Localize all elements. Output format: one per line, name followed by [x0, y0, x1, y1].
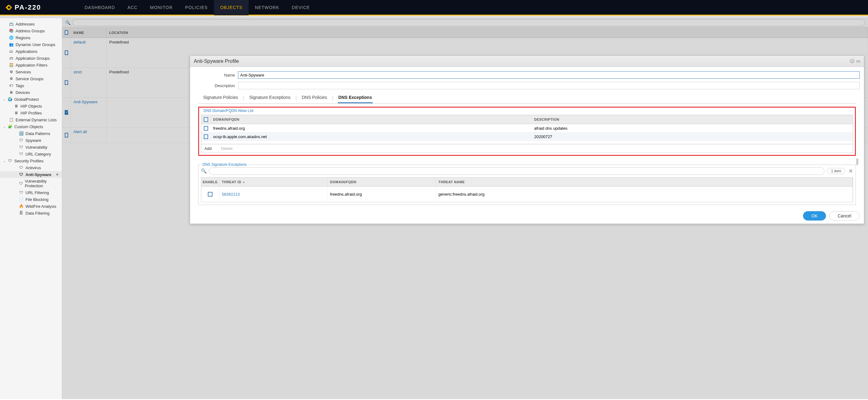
sidebar-item-spyware[interactable]: 🛡Spyware	[0, 137, 62, 144]
cancel-button[interactable]: Cancel	[829, 211, 860, 220]
sidebar-item-data-filtering[interactable]: 🗄Data Filtering	[0, 210, 62, 216]
sidebar-item-url-category[interactable]: 🛡URL Category	[0, 151, 62, 157]
sidebar-item-external-dynamic-lists[interactable]: 📋External Dynamic Lists	[0, 116, 62, 123]
sidebar-item-service-groups[interactable]: ⚙Service Groups	[0, 75, 62, 82]
nav-network[interactable]: NETWORK	[249, 0, 286, 15]
allow-list-row[interactable]: ocsp-lb.apple.com.akadns.net20200727	[201, 132, 853, 141]
sidebar-label: Data Filtering	[26, 211, 50, 216]
col-domain[interactable]: DOMAIN/FQDN	[211, 115, 532, 124]
sidebar-label: File Blocking	[26, 197, 49, 202]
tab-dns-exceptions[interactable]: DNS Exceptions	[338, 92, 373, 103]
nav-acc[interactable]: ACC	[121, 0, 144, 15]
allow-list-select-all[interactable]	[204, 117, 208, 122]
help-icon[interactable]: ⓘ	[850, 59, 854, 64]
sidebar-icon: 🛡	[19, 181, 23, 186]
description-input[interactable]	[238, 82, 860, 89]
col-enable[interactable]: ENABLE	[201, 178, 219, 186]
sidebar-item-address-groups[interactable]: 📚Address Groups	[0, 27, 62, 34]
col-description[interactable]: DESCRIPTION	[532, 115, 853, 124]
row-checkbox[interactable]	[204, 134, 208, 139]
nav-monitor[interactable]: MONITOR	[144, 0, 179, 15]
allow-list-row[interactable]: freedns.afraid.orgafraid dns updates	[201, 124, 853, 132]
name-input[interactable]	[238, 71, 860, 79]
sig-exception-row[interactable]: 58392213freedns.afraid.orggeneric:freedn…	[201, 187, 853, 202]
sidebar-label: Anti-Spyware	[26, 172, 51, 177]
scrollbar-thumb[interactable]	[856, 158, 858, 165]
sidebar-item-file-blocking[interactable]: 📄File Blocking	[0, 196, 62, 203]
sidebar-label: Data Patterns	[26, 131, 51, 136]
sidebar-label: External Dynamic Lists	[16, 118, 57, 122]
sidebar-item-services[interactable]: ⚙Services	[0, 68, 62, 75]
tab-signature-policies[interactable]: Signature Policies	[203, 92, 239, 103]
sidebar-icon: 🛡	[19, 165, 24, 170]
enable-checkbox[interactable]	[208, 192, 213, 196]
sidebar-item-wildfire-analysis[interactable]: 🔥WildFire Analysis	[0, 203, 62, 210]
allow-list-panel: DNS Domain/FQDN Allow List DOMAIN/FQDN D…	[198, 107, 856, 156]
tab-signature-exceptions[interactable]: Signature Exceptions	[249, 92, 291, 103]
delete-button[interactable]: Delete	[221, 146, 233, 151]
sidebar-icon: 🗃	[9, 56, 14, 61]
sidebar-item-application-groups[interactable]: 🗃Application Groups	[0, 55, 62, 62]
clear-icon[interactable]: ✕	[848, 168, 853, 175]
nav-dashboard[interactable]: DASHBOARD	[79, 0, 121, 15]
modal-header: Anti-Spyware Profile ⓘ ▭	[190, 56, 864, 67]
name-label: Name	[194, 73, 238, 78]
sidebar-item-hip-objects[interactable]: 🖥HIP Objects	[0, 103, 62, 110]
domain-cell: ocsp-lb.apple.com.akadns.net	[211, 132, 532, 141]
sidebar-label: URL Filtering	[26, 190, 49, 195]
col-domain-fqdn[interactable]: DOMAIN/FQDN	[328, 178, 436, 186]
sidebar-item-dynamic-user-groups[interactable]: 👥Dynamic User Groups	[0, 41, 62, 48]
sidebar-label: Antivirus	[26, 165, 41, 170]
sidebar-item-application-filters[interactable]: 🧮Application Filters	[0, 62, 62, 68]
sidebar-item-data-patterns[interactable]: 🔠Data Patterns	[0, 130, 62, 137]
col-threat-name[interactable]: THREAT NAME	[436, 178, 853, 186]
sidebar-icon: 🌍	[7, 97, 12, 102]
sidebar-label: HIP Profiles	[21, 111, 42, 115]
sidebar-item-devices[interactable]: 🖥Devices	[0, 89, 62, 96]
sidebar-label: Custom Objects	[14, 124, 43, 129]
sidebar-icon: 🛡	[19, 190, 24, 195]
sidebar-icon: 🛡	[19, 172, 24, 177]
sidebar-item-vulnerability-protection[interactable]: 🛡Vulnerability Protection	[0, 178, 62, 189]
row-checkbox[interactable]	[204, 126, 208, 131]
add-button[interactable]: Add	[205, 146, 212, 151]
sidebar-group-custom-objects[interactable]: ⌄🧩Custom Objects	[0, 123, 62, 130]
sidebar-item-addresses[interactable]: 📇Addresses	[0, 21, 62, 27]
sidebar-item-regions[interactable]: 🌐Regions	[0, 34, 62, 41]
sidebar-item-applications[interactable]: 🗂Applications	[0, 48, 62, 55]
sidebar-icon: 🖥	[9, 90, 14, 95]
item-count: 1 item	[827, 168, 845, 174]
paloalto-logo-icon	[5, 4, 12, 11]
sidebar-group-globalprotect[interactable]: ⌄🌍GlobalProtect	[0, 96, 62, 103]
sidebar-label: Vulnerability Protection	[25, 179, 60, 188]
sidebar-item-antivirus[interactable]: 🛡Antivirus	[0, 164, 62, 171]
sidebar-label: Address Groups	[16, 29, 45, 33]
nav-policies[interactable]: POLICIES	[179, 0, 214, 15]
threat-id-link[interactable]: 58392213	[222, 192, 240, 196]
tab-dns-policies[interactable]: DNS Policies	[301, 92, 328, 103]
nav-device[interactable]: DEVICE	[286, 0, 316, 15]
nav-objects[interactable]: OBJECTS	[214, 0, 249, 15]
sidebar-group-security-profiles[interactable]: ⌄🛡Security Profiles	[0, 157, 62, 164]
sidebar-icon: 🖥	[14, 111, 19, 115]
top-nav: DASHBOARDACCMONITORPOLICIESOBJECTSNETWOR…	[79, 0, 316, 15]
col-threat-id[interactable]: THREAT ID▲	[219, 178, 328, 186]
sig-exceptions-search[interactable]	[209, 167, 825, 175]
maximize-icon[interactable]: ▭	[856, 59, 860, 64]
sidebar-icon: 📋	[9, 117, 14, 122]
sidebar-item-vulnerability[interactable]: 🛡Vulnerability	[0, 144, 62, 151]
sidebar-label: Applications	[16, 49, 37, 54]
sidebar-item-tags[interactable]: 🏷Tags	[0, 82, 62, 89]
sidebar-icon: 👥	[9, 42, 14, 47]
modal-tabs: Signature Policies|Signature Exceptions|…	[198, 92, 856, 103]
sidebar-item-url-filtering[interactable]: 🛡URL Filtering	[0, 189, 62, 196]
content-area: 🔍 NAME LOCATION defaultPredefinedstrictP…	[62, 18, 868, 399]
brand-logo: PA-220	[5, 3, 41, 11]
sidebar-label: Application Groups	[16, 56, 50, 61]
sidebar-item-hip-profiles[interactable]: 🖥HIP Profiles	[0, 110, 62, 116]
ok-button[interactable]: OK	[803, 211, 826, 220]
sidebar-item-anti-spyware[interactable]: 🛡Anti-Spyware	[0, 171, 62, 178]
sidebar-icon: 🏷	[9, 83, 14, 88]
chevron-down-icon: ⌄	[3, 125, 7, 128]
sidebar-icon: 🌐	[9, 35, 14, 40]
